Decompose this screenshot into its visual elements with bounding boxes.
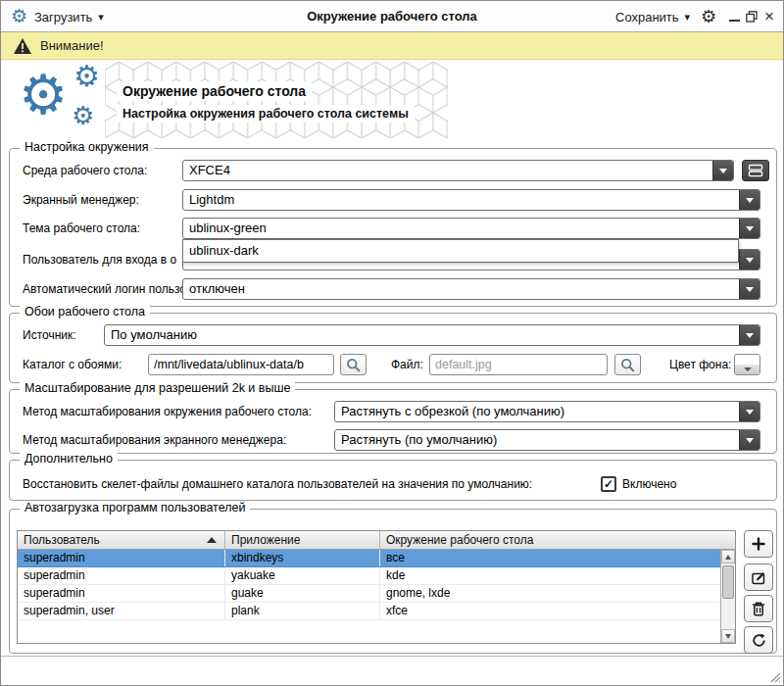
close-button[interactable]: × <box>761 8 777 25</box>
auto-login-value: отключен <box>183 279 739 299</box>
refresh-icon <box>751 632 767 649</box>
wallpaper-dir-input[interactable] <box>148 354 334 375</box>
column-header-app[interactable]: Приложение <box>225 531 380 549</box>
page-subtitle: Настройка окружения рабочего стола систе… <box>117 105 415 122</box>
app-window: ⚙ Загрузить ▾ Окружение рабочего стола С… <box>0 0 784 686</box>
gear-icon: ⚙ <box>74 62 100 91</box>
gear-icon: ⚙ <box>19 68 68 122</box>
column-header-label: Пользователь <box>24 533 100 547</box>
refresh-button[interactable] <box>744 626 773 654</box>
minimize-icon <box>729 20 740 22</box>
save-button-label: Сохранить <box>615 10 679 24</box>
group-title: Автозагрузка программ пользователей <box>20 501 250 514</box>
triangle-down-icon <box>725 634 731 639</box>
theme-value: ublinux-green <box>183 219 739 238</box>
bg-color-label: Цвет фона: <box>669 354 731 375</box>
plus-icon <box>751 536 766 552</box>
chevron-down-icon: ▾ <box>685 11 691 24</box>
app-logo-gears-icon: ⚙ ⚙ ⚙ <box>17 62 115 136</box>
wallpaper-source-select[interactable]: По умолчанию <box>104 324 760 346</box>
scrollbar-thumb[interactable] <box>722 565 734 599</box>
scroll-down-button[interactable] <box>721 629 735 643</box>
edit-icon <box>751 569 767 586</box>
desktop-env-label: Среда рабочего стола: <box>23 160 147 181</box>
cell-app: guake <box>225 585 380 602</box>
chevron-down-icon <box>739 279 760 299</box>
table-scrollbar[interactable] <box>720 550 735 643</box>
sort-ascending-icon <box>207 537 217 543</box>
cell-app: plank <box>225 603 380 619</box>
group-title: Обои рабочего стола <box>20 305 150 318</box>
save-button[interactable]: Сохранить ▾ <box>615 7 690 26</box>
column-header-env[interactable]: Окружение рабочего стола <box>380 531 735 549</box>
display-manager-select[interactable]: Lightdm <box>182 189 760 211</box>
scroll-up-button[interactable] <box>721 550 735 564</box>
desktop-scaling-select[interactable]: Растянуть с обрезкой (по умолчанию) <box>334 401 760 422</box>
desktop-scaling-value: Растянуть с обрезкой (по умолчанию) <box>335 402 739 421</box>
add-row-button[interactable] <box>744 530 773 558</box>
warning-bar: Внимание! <box>1 32 783 60</box>
column-header-user[interactable]: Пользователь <box>18 531 225 549</box>
minimize-button[interactable] <box>726 8 742 25</box>
theme-dropdown-list: ublinux-dark <box>182 239 739 263</box>
theme-label: Тема рабочего стола: <box>23 218 140 239</box>
search-icon <box>620 358 635 372</box>
status-bar <box>1 656 783 685</box>
theme-option[interactable]: ublinux-dark <box>183 240 738 262</box>
wallpaper-dir-browse-button[interactable] <box>340 354 367 375</box>
display-manager-label: Экранный менеджер: <box>23 189 139 211</box>
cell-user: superadmin, user <box>18 603 225 619</box>
page-header: ⚙ ⚙ ⚙ Окружение рабочего стола Настройка… <box>1 60 783 142</box>
cell-user: superadmin <box>18 550 225 566</box>
table-row[interactable]: superadmin guake gnome, lxde <box>18 585 735 603</box>
triangle-up-icon <box>725 555 731 560</box>
warning-text: Внимание! <box>40 32 104 60</box>
cell-env: все <box>380 550 735 566</box>
login-user-label: Пользователь для входа в о <box>23 249 176 270</box>
delete-row-button[interactable] <box>744 595 773 622</box>
auto-login-select[interactable]: отключен <box>182 278 760 300</box>
display-manager-value: Lightdm <box>183 190 739 210</box>
titlebar: ⚙ Загрузить ▾ Окружение рабочего стола С… <box>1 1 783 32</box>
skeleton-checkbox[interactable]: ✓ <box>601 476 616 492</box>
load-button[interactable]: Загрузить ▾ <box>34 7 104 26</box>
app-gear-icon: ⚙ <box>11 5 27 27</box>
warning-icon <box>13 37 32 55</box>
chevron-down-icon <box>739 219 760 238</box>
maximize-button[interactable] <box>744 8 760 25</box>
wallpaper-source-value: По умолчанию <box>105 325 739 345</box>
wallpaper-source-label: Источник: <box>23 324 76 346</box>
autostart-table: Пользователь Приложение Окружение рабоче… <box>17 530 736 644</box>
chevron-down-icon <box>739 325 760 345</box>
table-row[interactable]: superadmin, user plank xfce <box>18 603 735 620</box>
theme-select[interactable]: ublinux-green <box>182 218 760 239</box>
search-icon <box>346 358 361 372</box>
table-row[interactable]: superadmin xbindkeys все <box>18 550 735 567</box>
desktop-env-value: XFCE4 <box>183 161 712 180</box>
bg-color-picker[interactable] <box>734 354 760 375</box>
column-header-label: Приложение <box>231 533 300 547</box>
dm-scaling-select[interactable]: Растянуть (по умолчанию) <box>334 429 760 451</box>
table-row[interactable]: superadmin yakuake kde <box>18 567 735 585</box>
desktop-env-select[interactable]: XFCE4 <box>182 160 734 181</box>
dm-scaling-label: Метод масштабирования экранного менеджер… <box>23 429 286 451</box>
chevron-down-icon <box>712 161 733 180</box>
wallpaper-file-label: Файл: <box>391 354 423 375</box>
cell-env: gnome, lxde <box>380 585 735 602</box>
trash-icon <box>751 601 766 617</box>
desktop-env-extra-button[interactable] <box>742 160 769 181</box>
cell-env: kde <box>380 567 735 584</box>
group-title: Дополнительно <box>20 452 118 466</box>
settings-gear-icon[interactable]: ⚙ <box>701 6 716 27</box>
chevron-down-icon <box>739 190 760 210</box>
wallpaper-file-browse-button[interactable] <box>614 354 641 375</box>
edit-row-button[interactable] <box>744 564 773 591</box>
gear-icon: ⚙ <box>72 103 94 128</box>
cell-app: xbindkeys <box>225 550 380 566</box>
wallpaper-file-input[interactable] <box>429 354 608 375</box>
group-title: Масштабирование для разрешений 2k и выше <box>20 381 295 395</box>
cell-env: xfce <box>380 603 735 619</box>
resize-grip[interactable] <box>768 670 781 683</box>
checkbox-checked-icon: ✓ <box>604 477 613 491</box>
maximize-icon <box>746 11 758 23</box>
